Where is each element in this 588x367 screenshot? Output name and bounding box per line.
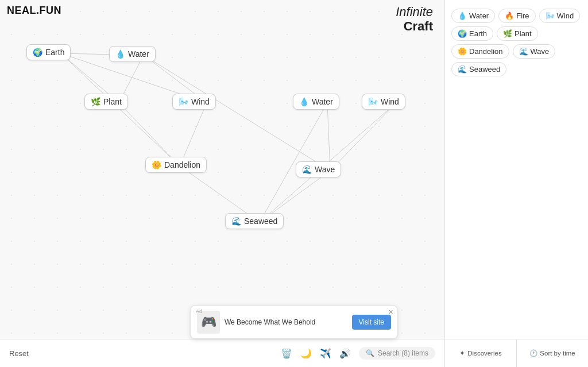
- node-wind2[interactable]: 🌬️Wind: [362, 94, 405, 110]
- node-icon-earth1: 🌍: [33, 48, 42, 57]
- badge-icon-dandelion: 🌼: [458, 47, 467, 56]
- delete-icon[interactable]: 🗑️: [281, 348, 292, 359]
- badge-icon-earth: 🌍: [458, 29, 467, 38]
- node-icon-wind2: 🌬️: [368, 97, 378, 106]
- search-placeholder: Search (8) items: [378, 349, 428, 357]
- line-water1-wave1: [144, 55, 330, 171]
- node-label-dandelion1: Dandelion: [164, 160, 200, 169]
- node-plant1[interactable]: 🌿Plant: [84, 94, 128, 110]
- badge-label-water: Water: [469, 11, 489, 20]
- sidebar-badge-wave[interactable]: 🌊Wave: [513, 44, 556, 59]
- line-earth1-dandelion1: [61, 53, 180, 166]
- ad-text: We Become What We Behold: [225, 318, 347, 326]
- node-water1[interactable]: 💧Water: [109, 46, 156, 62]
- badge-label-plant: Plant: [514, 29, 532, 38]
- node-wave1[interactable]: 🌊Wave: [296, 161, 341, 177]
- node-label-wind2: Wind: [381, 97, 399, 106]
- sidebar: 💧Water🔥Fire🌬️Wind🌍Earth🌿Plant🌼Dandelion🌊…: [444, 0, 588, 367]
- sidebar-badge-earth[interactable]: 🌍Earth: [451, 26, 493, 41]
- node-earth1[interactable]: 🌍Earth: [26, 44, 71, 60]
- node-wind1[interactable]: 🌬️Wind: [172, 94, 216, 110]
- badge-label-wave: Wave: [531, 47, 550, 56]
- node-seaweed1[interactable]: 🌊Seaweed: [225, 213, 284, 229]
- bottom-icons: 🗑️ 🌙 ✈️ 🔊 🔍 Search (8) items: [281, 347, 435, 360]
- node-label-wave1: Wave: [315, 165, 335, 174]
- node-label-water2: Water: [312, 97, 333, 106]
- badge-label-fire: Fire: [516, 11, 529, 20]
- node-dandelion1[interactable]: 🌼Dandelion: [145, 157, 207, 173]
- sort-button[interactable]: 🕐 Sort by time: [517, 339, 588, 367]
- badge-icon-seaweed: 🌊: [458, 65, 467, 74]
- bottom-bar: Reset 🗑️ 🌙 ✈️ 🔊 🔍 Search (8) items: [0, 339, 444, 367]
- node-label-earth1: Earth: [45, 48, 64, 57]
- node-icon-water2: 💧: [299, 97, 309, 106]
- node-label-wind1: Wind: [191, 97, 210, 106]
- line-wind2-wave1: [330, 103, 396, 171]
- discoveries-label: Discoveries: [467, 350, 501, 357]
- node-water2[interactable]: 💧Water: [293, 94, 339, 110]
- sidebar-badges: 💧Water🔥Fire🌬️Wind🌍Earth🌿Plant🌼Dandelion🌊…: [450, 5, 583, 80]
- badge-icon-wind: 🌬️: [546, 11, 555, 20]
- badge-icon-wave: 🌊: [519, 47, 528, 56]
- moon-icon[interactable]: 🌙: [300, 348, 312, 359]
- discoveries-button[interactable]: ✦ Discoveries: [445, 339, 517, 367]
- sort-label: Sort by time: [540, 350, 575, 357]
- sidebar-bottom-bar: ✦ Discoveries 🕐 Sort by time: [444, 339, 588, 367]
- share-icon[interactable]: ✈️: [320, 348, 331, 359]
- search-box[interactable]: 🔍 Search (8) items: [359, 347, 435, 360]
- node-label-seaweed1: Seaweed: [244, 217, 277, 226]
- ad-banner: Ad ✕ 🎮 We Become What We Behold Visit si…: [191, 306, 397, 339]
- sidebar-badge-fire[interactable]: 🔥Fire: [498, 9, 535, 23]
- badge-icon-fire: 🔥: [505, 11, 514, 20]
- sidebar-badge-seaweed[interactable]: 🌊Seaweed: [451, 62, 506, 76]
- sidebar-badge-wind[interactable]: 🌬️Wind: [539, 9, 581, 23]
- node-icon-water1: 💧: [115, 49, 125, 59]
- node-icon-seaweed1: 🌊: [231, 217, 241, 226]
- sidebar-badge-plant[interactable]: 🌿Plant: [497, 26, 538, 41]
- sidebar-badge-dandelion[interactable]: 🌼Dandelion: [451, 44, 509, 59]
- badge-label-seaweed: Seaweed: [469, 65, 500, 74]
- sidebar-badge-water[interactable]: 💧Water: [451, 9, 495, 23]
- ad-close-button[interactable]: ✕: [388, 308, 393, 316]
- ad-image: 🎮: [197, 311, 220, 334]
- node-icon-wind1: 🌬️: [179, 97, 188, 106]
- badge-label-dandelion: Dandelion: [469, 47, 503, 56]
- badge-icon-plant: 🌿: [503, 29, 512, 38]
- node-icon-wave1: 🌊: [302, 165, 312, 174]
- line-water2-wave1: [327, 103, 330, 171]
- sort-icon: 🕐: [529, 349, 537, 357]
- badge-label-wind: Wind: [557, 11, 574, 20]
- discoveries-icon: ✦: [459, 349, 465, 357]
- ad-visit-button[interactable]: Visit site: [352, 315, 391, 330]
- craft-canvas[interactable]: 🌍Earth💧Water🌿Plant🌬️Wind💧Water🌬️Wind🌼Dan…: [0, 0, 444, 339]
- badge-icon-water: 💧: [458, 11, 467, 20]
- node-label-plant1: Plant: [103, 97, 122, 106]
- badge-label-earth: Earth: [469, 29, 487, 38]
- volume-icon[interactable]: 🔊: [339, 348, 351, 359]
- node-icon-plant1: 🌿: [91, 97, 100, 106]
- ad-label: Ad: [196, 308, 202, 314]
- search-icon: 🔍: [366, 349, 374, 357]
- node-icon-dandelion1: 🌼: [152, 160, 161, 169]
- reset-button[interactable]: Reset: [9, 349, 29, 358]
- node-label-water1: Water: [128, 49, 149, 59]
